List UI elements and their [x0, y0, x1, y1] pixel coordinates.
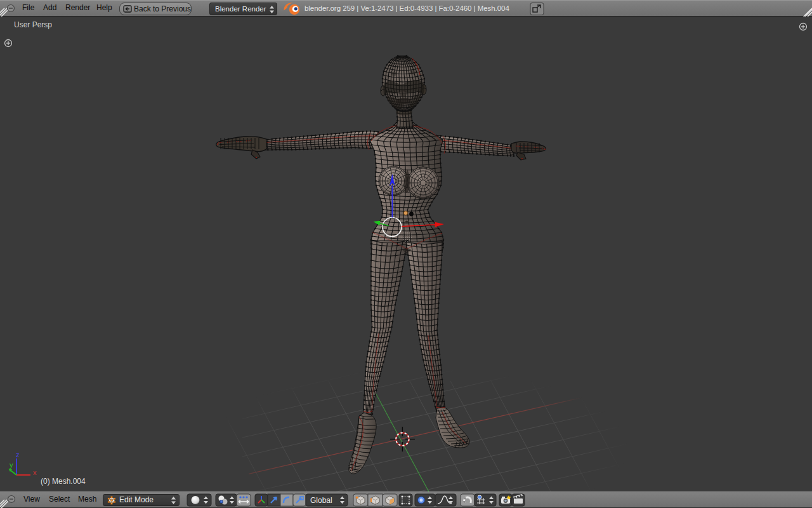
svg-text:Global: Global	[310, 496, 332, 505]
svg-text:y: y	[10, 461, 13, 469]
svg-text:z: z	[16, 451, 20, 458]
svg-text:x: x	[33, 469, 37, 476]
